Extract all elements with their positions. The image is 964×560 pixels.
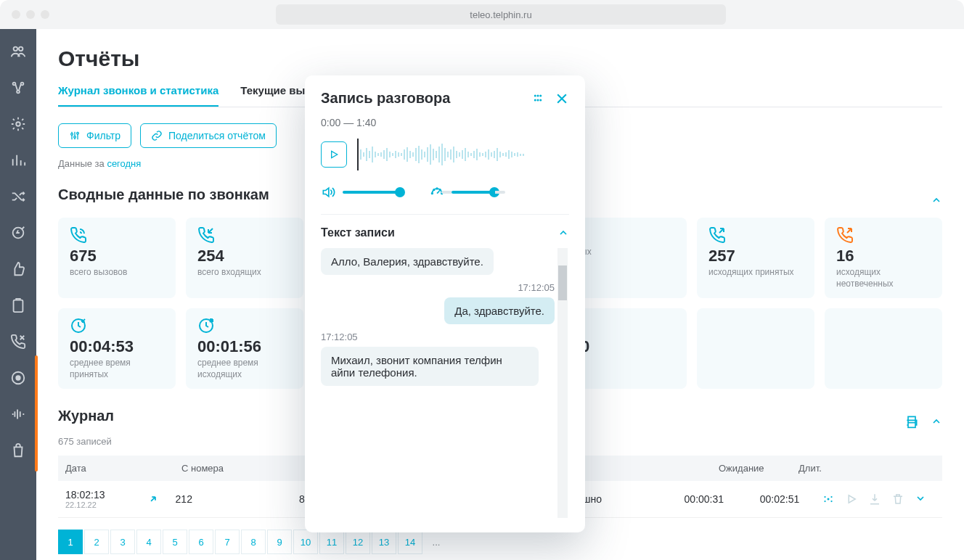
svg-point-17 [828, 498, 830, 501]
share-button[interactable]: Поделиться отчётом [140, 123, 277, 148]
scrollbar-thumb[interactable] [558, 265, 567, 300]
journal-title: Журнал [58, 408, 114, 424]
row-download-icon[interactable] [868, 493, 881, 506]
sidebar-target-icon[interactable] [10, 225, 26, 241]
page-button[interactable]: 4 [136, 530, 161, 554]
page-button[interactable]: 6 [189, 530, 213, 554]
wave-bar [497, 148, 498, 161]
sidebar-shuffle-icon[interactable] [10, 189, 26, 205]
wave-bar [421, 149, 422, 160]
sidebar-users-icon[interactable] [10, 44, 26, 59]
sidebar-org-icon[interactable] [10, 80, 26, 96]
speed-slider[interactable] [452, 191, 495, 194]
wave-bar [392, 153, 393, 156]
period-link[interactable]: сегодня [107, 158, 141, 169]
sidebar-stats-icon[interactable] [10, 152, 26, 168]
sidebar-audio-icon[interactable] [10, 406, 26, 422]
collapse-journal-icon[interactable] [931, 416, 942, 427]
page-button[interactable]: 1 [58, 530, 83, 554]
waveform[interactable] [357, 140, 569, 169]
page-button[interactable]: 10 [293, 530, 318, 554]
page-button[interactable]: 2 [84, 530, 109, 554]
play-button[interactable] [321, 141, 347, 168]
stat-card [697, 308, 814, 389]
page-button[interactable]: 3 [110, 530, 135, 554]
message: 17:12:05 Да, здравствуйте. [321, 282, 555, 324]
wave-bar [505, 152, 507, 157]
wave-bar [427, 147, 428, 162]
close-icon[interactable] [555, 91, 569, 106]
wave-bar [462, 150, 463, 159]
svg-point-19 [830, 496, 832, 498]
window-maximize[interactable] [41, 10, 49, 19]
transcript-body: Алло, Валерия, здравствуйте. 17:12:05 Да… [321, 248, 569, 518]
wave-bar [409, 151, 411, 158]
volume-icon[interactable] [321, 185, 335, 199]
wave-bar [520, 154, 521, 156]
message-text: Алло, Валерия, здравствуйте. [321, 248, 494, 275]
stat-label: среднее время принятых [70, 358, 164, 380]
volume-slider[interactable] [343, 191, 401, 194]
window-minimize[interactable] [26, 10, 35, 19]
page-button[interactable]: 7 [215, 530, 240, 554]
wave-bar [360, 149, 362, 160]
wave-bar [488, 149, 489, 160]
stat-label: исходящих принятых [708, 267, 803, 279]
collapse-summary-icon[interactable] [931, 194, 942, 206]
sidebar-bag-icon[interactable] [10, 442, 26, 458]
svg-point-22 [534, 94, 536, 96]
stat-card: 257 исходящих принятых [697, 218, 814, 298]
wave-bar [485, 152, 486, 157]
row-play-icon[interactable] [845, 493, 858, 506]
page-button[interactable]: 5 [163, 530, 187, 554]
row-sparkle-icon[interactable] [822, 493, 835, 506]
page-button[interactable]: 11 [319, 530, 344, 554]
svg-point-9 [16, 376, 20, 380]
wave-bar [369, 151, 370, 158]
drag-handle-icon[interactable] [531, 91, 544, 106]
recording-modal: Запись разговора 0:00 — 1:40 Текст запис… [305, 75, 585, 532]
pagination: 1234567891011121314... [58, 530, 942, 554]
filter-button[interactable]: Фильтр [58, 123, 131, 148]
row-time: 18:02:13 [65, 489, 148, 501]
share-label: Поделиться отчётом [168, 130, 266, 141]
row-delete-icon[interactable] [891, 493, 904, 506]
wave-bar [407, 147, 408, 162]
tab-call-log[interactable]: Журнал звонков и статистика [58, 84, 218, 107]
stat-label: я [581, 358, 675, 369]
collapse-transcript-icon[interactable] [557, 227, 569, 239]
message-text: Михаил, звонит компания телфин айпи теле… [321, 347, 539, 386]
page-button[interactable]: 9 [267, 530, 292, 554]
sidebar-gear-icon[interactable] [10, 116, 26, 132]
svg-point-28 [432, 193, 433, 194]
wave-bar [430, 144, 431, 165]
page-button[interactable]: 13 [372, 530, 396, 554]
print-icon[interactable] [904, 414, 919, 429]
page-button[interactable]: 14 [398, 530, 422, 554]
playhead[interactable] [357, 139, 359, 170]
phone-missed-out-icon [836, 226, 854, 244]
blank-icon [836, 317, 854, 334]
tab-current[interactable]: Текущие вы [240, 84, 305, 107]
page-button[interactable]: 12 [346, 530, 370, 554]
row-expand-icon[interactable] [915, 493, 928, 506]
wave-bar [459, 152, 460, 157]
sidebar-phone-x-icon[interactable] [10, 334, 26, 350]
sidebar-record-icon[interactable] [10, 370, 26, 386]
svg-point-20 [824, 501, 825, 502]
message-time: 17:12:05 [321, 282, 555, 293]
stat-value: 00:01:56 [197, 337, 292, 356]
phone-in-icon [197, 226, 215, 244]
page-button[interactable]: 8 [241, 530, 266, 554]
sidebar-clipboard-icon[interactable] [10, 297, 26, 313]
wave-bar [514, 153, 515, 156]
window-close[interactable] [12, 10, 20, 19]
url-bar[interactable]: teleo.telphin.ru [276, 4, 726, 25]
svg-point-32 [436, 188, 438, 189]
browser-chrome: teleo.telphin.ru [0, 0, 964, 29]
svg-point-0 [14, 47, 17, 52]
sidebar-thumbsup-icon[interactable] [10, 261, 26, 277]
wave-bar [433, 149, 434, 160]
message-text: Да, здравствуйте. [444, 297, 555, 324]
row-date: 22.12.22 [65, 501, 148, 509]
